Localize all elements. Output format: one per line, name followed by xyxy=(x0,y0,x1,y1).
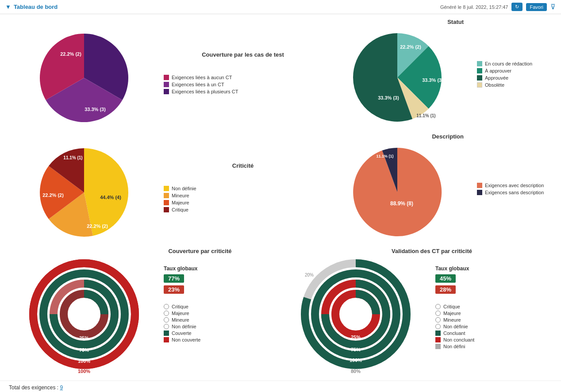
taux-globaux-validation-title: Taux globaux xyxy=(435,265,552,272)
refresh-button[interactable]: ↻ xyxy=(511,3,523,11)
svg-point-37 xyxy=(343,302,368,327)
svg-text:100%: 100% xyxy=(350,357,362,363)
coverage-donut-chart: 100% 100% 75% 25% xyxy=(27,257,142,372)
footer: Total des exigences : 9 xyxy=(0,380,561,392)
statut-pie-chart: 22.2% (2) 33.3% (3) 11.1% (1) 33.3% (3) xyxy=(349,29,446,126)
statut-title: Statut xyxy=(322,19,473,25)
statut-legend: En cours de rédaction À approuver Approu… xyxy=(477,61,552,88)
description-legend: Exigences avec description Exigences san… xyxy=(477,183,552,195)
svg-text:25%: 25% xyxy=(351,334,361,340)
description-pie-chart: 88.9% (8) 11.1% (1) xyxy=(349,143,446,241)
svg-text:22.2% (2): 22.2% (2) xyxy=(400,44,421,50)
svg-text:44.4% (4): 44.4% (4) xyxy=(100,195,121,200)
favori-button[interactable]: Favori xyxy=(526,3,547,11)
coverage-criticite-legend: Critique Majeure Mineure Non définie Cou… xyxy=(164,304,280,342)
filter-icon[interactable]: ⊽ xyxy=(550,3,556,11)
total-count-link[interactable]: 9 xyxy=(60,384,63,391)
svg-text:22.2% (2): 22.2% (2) xyxy=(60,51,81,57)
criticite-title: Criticité xyxy=(164,162,322,169)
description-title: Description xyxy=(322,133,473,140)
header: ▼ Tableau de bord Généré le 8 juil. 2022… xyxy=(0,0,561,14)
validation-ct-legend: Critique Majeure Mineure Non définie Con… xyxy=(435,304,552,349)
svg-point-24 xyxy=(72,302,96,327)
svg-text:100%: 100% xyxy=(78,358,90,364)
generated-label: Généré le 8 juil. 2022, 15:27:47 xyxy=(440,4,508,10)
taux-concluant: 45% xyxy=(435,274,456,283)
svg-text:20%: 20% xyxy=(305,273,314,277)
total-label: Total des exigences : xyxy=(9,384,58,391)
validation-ct-title: Validation des CT par criticité xyxy=(391,248,473,254)
validation-ct-donut-chart: 80% 20% 100% 75% 25% xyxy=(298,257,413,372)
svg-text:33.3% (3): 33.3% (3) xyxy=(422,77,443,83)
svg-text:75%: 75% xyxy=(351,347,361,352)
svg-text:22.2% (2): 22.2% (2) xyxy=(42,192,64,198)
criticite-legend: Non définie Mineure Majeure Critique xyxy=(164,186,196,212)
coverage-legend: Exigences liées à aucun CT Exigences lié… xyxy=(164,75,238,94)
header-actions: Généré le 8 juil. 2022, 15:27:47 ↻ Favor… xyxy=(440,3,556,11)
svg-text:11.1% (1): 11.1% (1) xyxy=(416,113,435,118)
header-title-area: ▼ Tableau de bord xyxy=(5,4,58,10)
criticite-pie-chart: 44.4% (4) 22.2% (2) 11.1% (1) 22.2% (2) xyxy=(35,144,133,241)
taux-non-concluant: 28% xyxy=(435,285,456,294)
svg-text:11.1% (1): 11.1% (1) xyxy=(63,155,82,160)
taux-non-couvert: 23% xyxy=(164,285,184,294)
coverage-pie-chart: 44.4% (4) 33.3% (3) 22.2% (2) xyxy=(35,29,133,127)
coverage-criticite-title: Couverture par criticité xyxy=(159,248,241,254)
svg-text:100%: 100% xyxy=(78,369,90,374)
svg-text:25%: 25% xyxy=(79,335,89,341)
svg-text:33.3% (3): 33.3% (3) xyxy=(378,95,399,100)
svg-text:80%: 80% xyxy=(351,369,361,374)
svg-text:11.1% (1): 11.1% (1) xyxy=(376,154,393,158)
coverage-title: Couverture par les cas de test xyxy=(164,51,322,58)
page-title: Tableau de bord xyxy=(14,4,58,10)
chevron-down-icon: ▼ xyxy=(5,4,11,10)
taux-globaux-coverage-title: Taux globaux xyxy=(164,265,280,272)
svg-text:75%: 75% xyxy=(79,347,89,353)
taux-couvert: 77% xyxy=(164,274,184,283)
svg-text:88.9% (8): 88.9% (8) xyxy=(390,200,413,207)
main-content: 44.4% (4) 33.3% (3) 22.2% (2) Couverture… xyxy=(0,14,561,376)
svg-text:33.3% (3): 33.3% (3) xyxy=(85,107,106,112)
svg-text:22.2% (2): 22.2% (2) xyxy=(87,223,108,229)
